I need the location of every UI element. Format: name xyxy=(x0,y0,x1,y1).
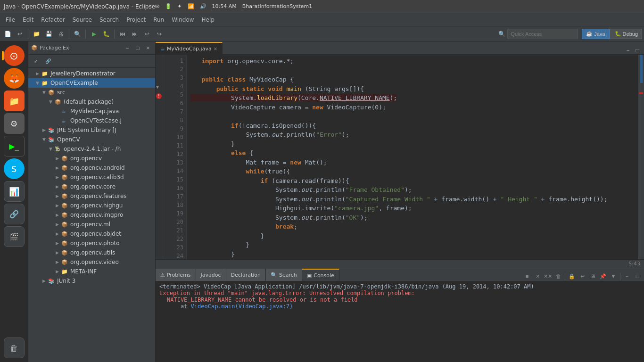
tab-search[interactable]: 🔍 Search xyxy=(266,269,302,281)
tree-pkg-objdet[interactable]: ▶ 📦 org.opencv.objdet xyxy=(28,229,155,239)
status-bar: 5:43 xyxy=(156,259,644,268)
terminal-icon[interactable]: ▶_ xyxy=(4,136,25,156)
pkg-collapse-btn[interactable]: ⤢ xyxy=(30,56,41,67)
settings-icon[interactable]: ⚙ xyxy=(4,113,25,134)
tab-declaration[interactable]: Declaration xyxy=(226,269,266,281)
tree-src[interactable]: ▼ 📦 src xyxy=(28,88,155,97)
tree-junit[interactable]: ▶ 📚 JUnit 3 xyxy=(28,276,155,286)
tree-pkg-metainf[interactable]: ▶ 📁 META-INF xyxy=(28,267,155,276)
code-editor[interactable]: ! ▼ 1 2 3 4 5 6 7 8 9 10 11 12 13 14 15 xyxy=(156,55,644,259)
files-icon[interactable]: 📁 xyxy=(4,90,25,111)
sep xyxy=(565,272,565,280)
volume-icon: 🔊 xyxy=(200,3,206,9)
tree-default-pkg[interactable]: ▼ 📦 (default package) xyxy=(28,97,155,107)
toolbar-save-btn[interactable]: 💾 xyxy=(43,28,54,40)
menu-refactor[interactable]: Refactor xyxy=(37,15,68,25)
close-view-btn[interactable]: × xyxy=(144,44,152,52)
debug-perspective-btn[interactable]: 🐛 Debug xyxy=(611,29,642,39)
menu-edit[interactable]: Edit xyxy=(19,15,37,25)
maximize-view-btn[interactable]: □ xyxy=(133,44,142,52)
console-remove-btn[interactable]: ✕✕ xyxy=(543,272,553,281)
skype-icon[interactable]: S xyxy=(4,158,25,179)
console-trace-link[interactable]: VideoCap.main(VideoCap.java:7) xyxy=(191,303,293,310)
tree-jre[interactable]: ▶ 📚 JRE System Library [J xyxy=(28,125,155,135)
console-terminate-btn[interactable]: ■ xyxy=(522,272,532,281)
network-icon[interactable]: 🔗 xyxy=(4,204,25,224)
toolbar-btn2[interactable]: ↩ xyxy=(14,28,25,40)
collapse-marker[interactable]: ▼ xyxy=(156,84,159,90)
tree-pkg-calib[interactable]: ▶ 📦 org.opencv.calib3d xyxy=(28,173,155,182)
console-dropdown-btn[interactable]: ▼ xyxy=(609,272,618,281)
tree-pkg-android[interactable]: ▶ 📦 org.opencv.android xyxy=(28,163,155,173)
bluetooth-icon: ✦ xyxy=(177,3,182,9)
quick-access-input[interactable] xyxy=(507,29,578,39)
console-open-console-btn[interactable]: 🖥 xyxy=(588,272,597,281)
toolbar-debug-btn[interactable]: 🐛 xyxy=(100,28,112,40)
tree-opencvtest[interactable]: ☕ OpenCVTestCase.j xyxy=(28,116,155,125)
console-close-btn[interactable]: ✕ xyxy=(533,272,542,281)
tree-pkg-ml[interactable]: ▶ 📦 org.opencv.ml xyxy=(28,220,155,229)
editor-tab-myvidcap[interactable]: ☕ MyVideoCap.java × xyxy=(156,42,223,54)
console-scroll-lock-btn[interactable]: 🔒 xyxy=(567,272,577,281)
menu-search[interactable]: Search xyxy=(96,15,123,25)
tab-console[interactable]: ▣ Console xyxy=(302,269,339,281)
toolbar-btn10[interactable]: ↩ xyxy=(141,28,153,40)
time-label: 10:54 AM xyxy=(212,3,237,9)
editor-tabs: ☕ MyVideoCap.java × − □ xyxy=(156,41,644,55)
right-overview-ruler[interactable] xyxy=(637,55,644,259)
console-content[interactable]: <terminated> VideoCap [Java Application]… xyxy=(156,281,644,362)
search-tab-icon: 🔍 xyxy=(271,272,277,278)
console-pin-btn[interactable]: 📌 xyxy=(598,272,608,281)
menu-window[interactable]: Window xyxy=(168,15,198,25)
pkg-link-btn[interactable]: 🔗 xyxy=(42,56,54,67)
tab-javadoc[interactable]: Javadoc xyxy=(196,269,226,281)
ubuntu-icon[interactable]: ⊙ xyxy=(4,45,25,66)
menu-source[interactable]: Source xyxy=(69,15,96,25)
panel-minimize-btn[interactable]: − xyxy=(622,272,632,281)
tree-pkg-core[interactable]: ▶ 📦 org.opencv.core xyxy=(28,182,155,191)
menu-help[interactable]: Help xyxy=(198,15,218,25)
tree-pkg-utils[interactable]: ▶ 📦 org.opencv.utils xyxy=(28,248,155,257)
console-clear-btn[interactable]: 🗑 xyxy=(553,272,563,281)
tab-problems[interactable]: ⚠ Problems xyxy=(156,269,196,281)
toolbar-btn8[interactable]: ⏮ xyxy=(117,28,128,40)
toolbar-print-btn[interactable]: 🖨 xyxy=(55,28,66,40)
tree-pkg-video[interactable]: ▶ 📦 org.opencv.video xyxy=(28,257,155,267)
tree-opencv[interactable]: ▼ 📚 OpenCV xyxy=(28,135,155,144)
tree-pkg-photo[interactable]: ▶ 📦 org.opencv.photo xyxy=(28,239,155,248)
tree-jewellery[interactable]: ▶ 📁 JewelleryDemonstrator xyxy=(28,69,155,78)
video-icon[interactable]: 🎬 xyxy=(4,226,25,247)
toolbar-new-btn[interactable]: 📄 xyxy=(2,28,13,40)
minimize-view-btn[interactable]: − xyxy=(123,44,132,52)
tree-pkg-features[interactable]: ▶ 📦 org.opencv.features xyxy=(28,191,155,201)
toolbar-btn9[interactable]: ⏭ xyxy=(129,28,140,40)
tree-pkg-highgui[interactable]: ▶ 📦 org.opencv.highgu xyxy=(28,201,155,210)
java-perspective-btn[interactable]: ☕ Java xyxy=(582,29,609,39)
toolbar-btn11[interactable]: ↪ xyxy=(154,28,165,40)
tree-opencv-jar[interactable]: ▼ 🗜 opencv-2.4.1.jar - /h xyxy=(28,144,155,154)
monitor-icon[interactable]: 📊 xyxy=(4,181,25,202)
editor-minimize-btn[interactable]: − xyxy=(624,47,632,54)
code-content[interactable]: import org.opencv.core.*; public class M… xyxy=(187,55,637,259)
user-label: BharatInformationSystem1 xyxy=(242,3,313,9)
editor-maximize-btn[interactable]: □ xyxy=(634,47,641,54)
error-overview-marker xyxy=(639,92,643,94)
menu-run[interactable]: Run xyxy=(149,15,168,25)
toolbar-btn3[interactable]: 📁 xyxy=(31,28,42,40)
console-word-wrap-btn[interactable]: ↩ xyxy=(578,272,587,281)
tree-opencvexample[interactable]: ▼ 📁 OpenCVExample xyxy=(28,78,155,88)
line-numbers: 1 2 3 4 5 6 7 8 9 10 11 12 13 14 15 16 1… xyxy=(163,55,187,259)
java-icon: ☕ xyxy=(586,31,593,37)
menu-project[interactable]: Project xyxy=(123,15,149,25)
close-tab-btn[interactable]: × xyxy=(214,46,217,51)
tree-myvidcap[interactable]: ☕ MyVideoCap.java xyxy=(28,107,155,116)
tree-pkg-opencv[interactable]: ▶ 📦 org.opencv xyxy=(28,154,155,163)
firefox-icon[interactable]: 🦊 xyxy=(4,68,25,89)
trash-icon[interactable]: 🗑 xyxy=(4,337,25,358)
toolbar-run-btn[interactable]: ▶ xyxy=(88,28,99,40)
console-terminated-line: <terminated> VideoCap [Java Application]… xyxy=(159,283,640,290)
tree-pkg-imgproc[interactable]: ▶ 📦 org.opencv.imgpro xyxy=(28,210,155,220)
menu-file[interactable]: File xyxy=(2,15,19,25)
panel-maximize-btn[interactable]: □ xyxy=(633,272,642,281)
toolbar-search-btn[interactable]: 🔍 xyxy=(72,28,83,40)
